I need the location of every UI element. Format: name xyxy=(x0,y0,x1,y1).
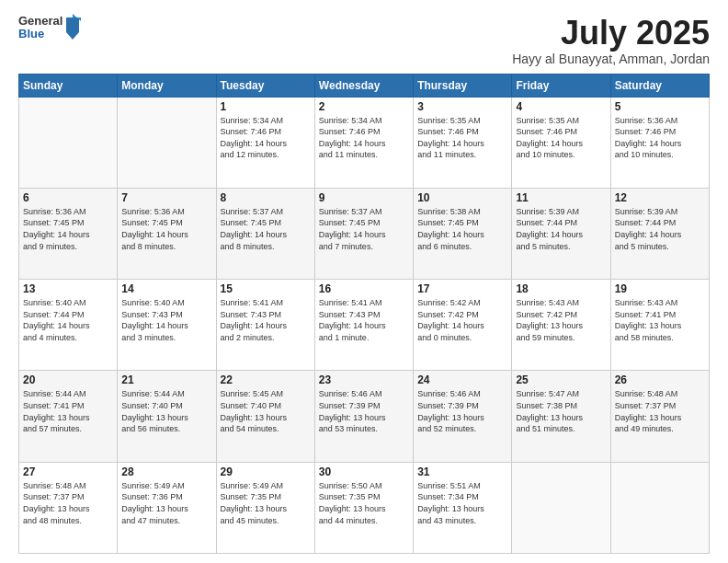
calendar-cell: 4Sunrise: 5:35 AM Sunset: 7:46 PM Daylig… xyxy=(512,97,610,188)
calendar-table: Sunday Monday Tuesday Wednesday Thursday… xyxy=(18,74,710,554)
calendar-cell: 14Sunrise: 5:40 AM Sunset: 7:43 PM Dayli… xyxy=(118,280,216,371)
calendar-week-row: 6Sunrise: 5:36 AM Sunset: 7:45 PM Daylig… xyxy=(19,188,710,279)
calendar-cell xyxy=(610,462,709,553)
calendar-cell: 22Sunrise: 5:45 AM Sunset: 7:40 PM Dayli… xyxy=(216,371,314,462)
day-info: Sunrise: 5:37 AM Sunset: 7:45 PM Dayligh… xyxy=(319,206,409,252)
day-number: 16 xyxy=(319,282,409,295)
col-tuesday: Tuesday xyxy=(216,74,314,97)
calendar-cell: 25Sunrise: 5:47 AM Sunset: 7:38 PM Dayli… xyxy=(512,371,610,462)
title-month: July 2025 xyxy=(512,15,710,52)
title-location: Hayy al Bunayyat, Amman, Jordan xyxy=(512,52,710,66)
calendar-cell: 20Sunrise: 5:44 AM Sunset: 7:41 PM Dayli… xyxy=(19,371,118,462)
calendar-cell: 7Sunrise: 5:36 AM Sunset: 7:45 PM Daylig… xyxy=(118,188,216,279)
calendar-cell: 18Sunrise: 5:43 AM Sunset: 7:42 PM Dayli… xyxy=(512,280,610,371)
calendar-cell: 10Sunrise: 5:38 AM Sunset: 7:45 PM Dayli… xyxy=(414,188,512,279)
day-info: Sunrise: 5:36 AM Sunset: 7:46 PM Dayligh… xyxy=(615,115,705,161)
day-info: Sunrise: 5:34 AM Sunset: 7:46 PM Dayligh… xyxy=(319,115,409,161)
calendar-cell: 29Sunrise: 5:49 AM Sunset: 7:35 PM Dayli… xyxy=(216,462,314,553)
day-number: 6 xyxy=(23,191,113,204)
col-monday: Monday xyxy=(118,74,216,97)
col-wednesday: Wednesday xyxy=(314,74,413,97)
calendar-cell: 2Sunrise: 5:34 AM Sunset: 7:46 PM Daylig… xyxy=(314,97,413,188)
calendar-cell: 16Sunrise: 5:41 AM Sunset: 7:43 PM Dayli… xyxy=(314,280,413,371)
day-number: 20 xyxy=(23,373,113,386)
day-number: 1 xyxy=(221,100,311,113)
calendar-week-row: 27Sunrise: 5:48 AM Sunset: 7:37 PM Dayli… xyxy=(19,462,710,553)
logo-general: General xyxy=(18,15,63,28)
day-number: 5 xyxy=(615,100,705,113)
calendar-cell: 23Sunrise: 5:46 AM Sunset: 7:39 PM Dayli… xyxy=(314,371,413,462)
calendar-cell: 30Sunrise: 5:50 AM Sunset: 7:35 PM Dayli… xyxy=(314,462,413,553)
day-number: 3 xyxy=(417,100,507,113)
day-number: 10 xyxy=(417,191,507,204)
day-number: 21 xyxy=(121,373,211,386)
day-info: Sunrise: 5:50 AM Sunset: 7:35 PM Dayligh… xyxy=(319,480,409,526)
calendar-cell xyxy=(512,462,610,553)
day-number: 7 xyxy=(121,191,211,204)
day-number: 30 xyxy=(319,465,409,478)
day-number: 11 xyxy=(516,191,606,204)
day-info: Sunrise: 5:40 AM Sunset: 7:43 PM Dayligh… xyxy=(121,297,211,343)
calendar-cell: 11Sunrise: 5:39 AM Sunset: 7:44 PM Dayli… xyxy=(512,188,610,279)
day-info: Sunrise: 5:45 AM Sunset: 7:40 PM Dayligh… xyxy=(221,388,311,434)
calendar-cell: 24Sunrise: 5:46 AM Sunset: 7:39 PM Dayli… xyxy=(414,371,512,462)
logo-text: General Blue xyxy=(18,15,63,41)
day-info: Sunrise: 5:46 AM Sunset: 7:39 PM Dayligh… xyxy=(417,388,507,434)
col-sunday: Sunday xyxy=(19,74,118,97)
day-number: 31 xyxy=(417,465,507,478)
calendar-cell: 13Sunrise: 5:40 AM Sunset: 7:44 PM Dayli… xyxy=(19,280,118,371)
day-info: Sunrise: 5:48 AM Sunset: 7:37 PM Dayligh… xyxy=(23,480,113,526)
day-number: 26 xyxy=(615,373,705,386)
calendar-cell: 26Sunrise: 5:48 AM Sunset: 7:37 PM Dayli… xyxy=(610,371,709,462)
day-number: 17 xyxy=(417,282,507,295)
col-friday: Friday xyxy=(512,74,610,97)
calendar-week-row: 1Sunrise: 5:34 AM Sunset: 7:46 PM Daylig… xyxy=(19,97,710,188)
day-info: Sunrise: 5:39 AM Sunset: 7:44 PM Dayligh… xyxy=(615,206,705,252)
calendar-cell: 3Sunrise: 5:35 AM Sunset: 7:46 PM Daylig… xyxy=(414,97,512,188)
calendar-cell: 21Sunrise: 5:44 AM Sunset: 7:40 PM Dayli… xyxy=(118,371,216,462)
calendar-cell: 27Sunrise: 5:48 AM Sunset: 7:37 PM Dayli… xyxy=(19,462,118,553)
day-info: Sunrise: 5:49 AM Sunset: 7:35 PM Dayligh… xyxy=(221,480,311,526)
day-info: Sunrise: 5:41 AM Sunset: 7:43 PM Dayligh… xyxy=(319,297,409,343)
page: General Blue July 2025 Hayy al Bunayyat,… xyxy=(0,0,728,563)
calendar-cell: 1Sunrise: 5:34 AM Sunset: 7:46 PM Daylig… xyxy=(216,97,314,188)
day-info: Sunrise: 5:43 AM Sunset: 7:41 PM Dayligh… xyxy=(615,297,705,343)
logo: General Blue xyxy=(18,15,81,41)
title-block: July 2025 Hayy al Bunayyat, Amman, Jorda… xyxy=(512,15,710,66)
calendar-cell: 31Sunrise: 5:51 AM Sunset: 7:34 PM Dayli… xyxy=(414,462,512,553)
day-info: Sunrise: 5:34 AM Sunset: 7:46 PM Dayligh… xyxy=(221,115,311,161)
day-info: Sunrise: 5:35 AM Sunset: 7:46 PM Dayligh… xyxy=(417,115,507,161)
day-info: Sunrise: 5:47 AM Sunset: 7:38 PM Dayligh… xyxy=(516,388,606,434)
svg-marker-0 xyxy=(66,17,79,40)
day-number: 13 xyxy=(23,282,113,295)
calendar-cell: 6Sunrise: 5:36 AM Sunset: 7:45 PM Daylig… xyxy=(19,188,118,279)
day-number: 25 xyxy=(516,373,606,386)
day-info: Sunrise: 5:44 AM Sunset: 7:41 PM Dayligh… xyxy=(23,388,113,434)
calendar-cell xyxy=(118,97,216,188)
day-number: 19 xyxy=(615,282,705,295)
day-number: 9 xyxy=(319,191,409,204)
day-info: Sunrise: 5:42 AM Sunset: 7:42 PM Dayligh… xyxy=(417,297,507,343)
day-info: Sunrise: 5:48 AM Sunset: 7:37 PM Dayligh… xyxy=(615,388,705,434)
day-number: 2 xyxy=(319,100,409,113)
day-number: 23 xyxy=(319,373,409,386)
day-info: Sunrise: 5:37 AM Sunset: 7:45 PM Dayligh… xyxy=(221,206,311,252)
col-saturday: Saturday xyxy=(610,74,709,97)
day-info: Sunrise: 5:44 AM Sunset: 7:40 PM Dayligh… xyxy=(121,388,211,434)
logo-blue: Blue xyxy=(18,28,63,40)
day-info: Sunrise: 5:36 AM Sunset: 7:45 PM Dayligh… xyxy=(23,206,113,252)
day-info: Sunrise: 5:49 AM Sunset: 7:36 PM Dayligh… xyxy=(121,480,211,526)
day-number: 12 xyxy=(615,191,705,204)
calendar-cell: 17Sunrise: 5:42 AM Sunset: 7:42 PM Dayli… xyxy=(414,280,512,371)
calendar-cell: 15Sunrise: 5:41 AM Sunset: 7:43 PM Dayli… xyxy=(216,280,314,371)
calendar-header-row: Sunday Monday Tuesday Wednesday Thursday… xyxy=(19,74,710,97)
calendar-cell: 9Sunrise: 5:37 AM Sunset: 7:45 PM Daylig… xyxy=(314,188,413,279)
day-number: 24 xyxy=(417,373,507,386)
day-info: Sunrise: 5:36 AM Sunset: 7:45 PM Dayligh… xyxy=(121,206,211,252)
day-info: Sunrise: 5:40 AM Sunset: 7:44 PM Dayligh… xyxy=(23,297,113,343)
day-number: 8 xyxy=(221,191,311,204)
day-number: 18 xyxy=(516,282,606,295)
calendar-cell: 19Sunrise: 5:43 AM Sunset: 7:41 PM Dayli… xyxy=(610,280,709,371)
calendar-week-row: 20Sunrise: 5:44 AM Sunset: 7:41 PM Dayli… xyxy=(19,371,710,462)
day-number: 28 xyxy=(121,465,211,478)
